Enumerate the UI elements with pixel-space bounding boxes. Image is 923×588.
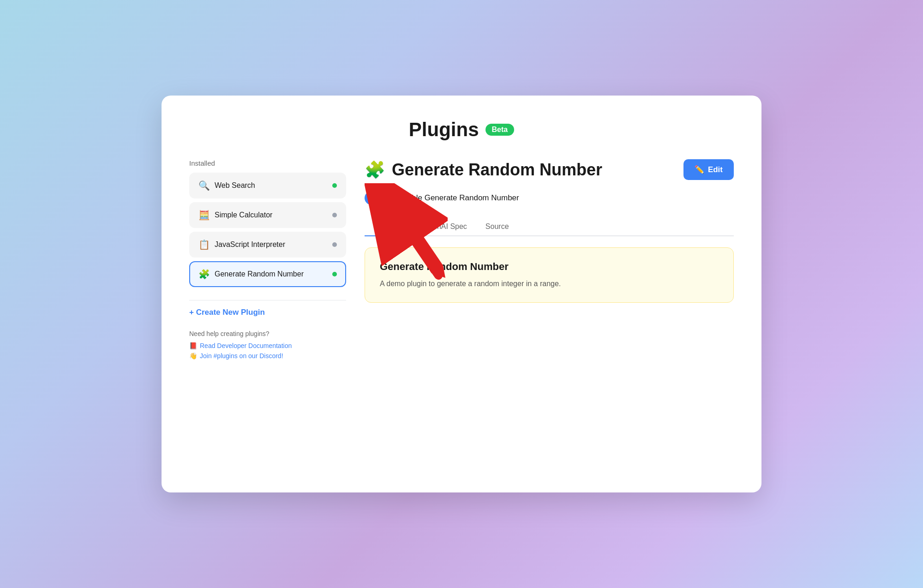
toggle-row: Enable Generate Random Number bbox=[365, 191, 734, 205]
overview-card: Generate Random Number A demo plugin to … bbox=[365, 247, 734, 303]
book-icon: 📕 bbox=[189, 342, 197, 349]
developer-docs-label: Read Developer Documentation bbox=[200, 342, 292, 349]
tabs: Overview OpenAI Spec Source bbox=[365, 218, 734, 236]
installed-label: Installed bbox=[189, 159, 346, 167]
plugin-header: 🧩 Generate Random Number ✏️ Edit bbox=[365, 159, 734, 180]
discord-label: Join #plugins on our Discord! bbox=[200, 352, 283, 360]
plugin-title-icon: 🧩 bbox=[365, 160, 385, 180]
web-search-status bbox=[332, 183, 337, 188]
js-status bbox=[332, 242, 337, 247]
web-search-label: Web Search bbox=[215, 181, 255, 190]
help-text: Need help creating plugins? bbox=[189, 330, 346, 337]
sidebar-item-js-interpreter[interactable]: 📋 JavaScript Interpreter bbox=[189, 232, 346, 258]
grn-icon: 🧩 bbox=[198, 269, 210, 280]
plugin-list: 🔍 Web Search 🧮 Simple Calculator 📋 bbox=[189, 173, 346, 287]
calculator-status bbox=[332, 213, 337, 217]
help-section: Need help creating plugins? 📕 Read Devel… bbox=[189, 330, 346, 360]
grn-label: Generate Random Number bbox=[215, 270, 304, 278]
beta-badge: Beta bbox=[485, 124, 515, 136]
js-icon: 📋 bbox=[198, 239, 210, 250]
create-plugin-button[interactable]: + Create New Plugin bbox=[189, 306, 346, 319]
page-header: Plugins Beta bbox=[189, 119, 734, 141]
discord-link[interactable]: 👋 Join #plugins on our Discord! bbox=[189, 352, 346, 360]
js-label: JavaScript Interpreter bbox=[215, 240, 285, 249]
sidebar-item-simple-calculator[interactable]: 🧮 Simple Calculator bbox=[189, 202, 346, 228]
tab-source[interactable]: Source bbox=[476, 218, 518, 236]
sidebar-item-generate-random-number[interactable]: 🧩 Generate Random Number bbox=[189, 261, 346, 287]
edit-icon: ✏️ bbox=[695, 165, 704, 174]
developer-docs-link[interactable]: 📕 Read Developer Documentation bbox=[189, 342, 346, 349]
enable-toggle[interactable] bbox=[365, 191, 390, 205]
edit-button[interactable]: ✏️ Edit bbox=[683, 159, 734, 180]
tab-overview[interactable]: Overview bbox=[365, 218, 414, 236]
wave-icon: 👋 bbox=[189, 352, 197, 360]
overview-card-title: Generate Random Number bbox=[380, 261, 719, 273]
page-title: Plugins bbox=[409, 119, 479, 141]
sidebar: Installed 🔍 Web Search 🧮 Simple Calculat… bbox=[189, 159, 346, 465]
main-panel: 🧩 Generate Random Number ✏️ Edit Enable … bbox=[365, 159, 734, 465]
calculator-icon: 🧮 bbox=[198, 210, 210, 221]
tab-openai-spec[interactable]: OpenAI Spec bbox=[414, 218, 476, 236]
edit-label: Edit bbox=[708, 165, 723, 174]
sidebar-item-web-search[interactable]: 🔍 Web Search bbox=[189, 173, 346, 198]
toggle-label: Enable Generate Random Number bbox=[398, 193, 519, 203]
sidebar-divider bbox=[189, 300, 346, 300]
calculator-label: Simple Calculator bbox=[215, 211, 272, 219]
grn-status bbox=[332, 272, 337, 276]
web-search-icon: 🔍 bbox=[198, 180, 210, 191]
content-area: Installed 🔍 Web Search 🧮 Simple Calculat… bbox=[189, 159, 734, 465]
plugin-title: Generate Random Number bbox=[392, 160, 602, 180]
overview-card-description: A demo plugin to generate a random integ… bbox=[380, 278, 719, 289]
main-window: Plugins Beta Installed 🔍 Web Search 🧮 Si… bbox=[162, 96, 761, 492]
